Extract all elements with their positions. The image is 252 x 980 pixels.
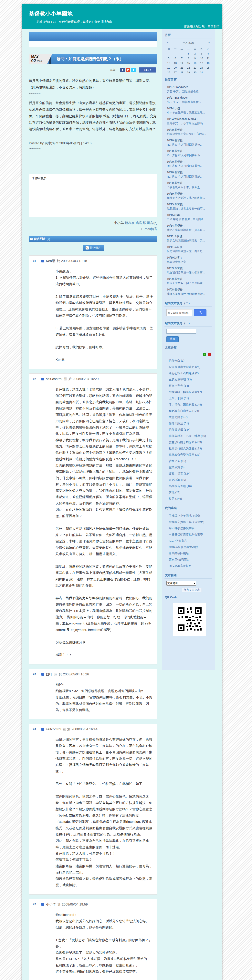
calendar-day[interactable] (172, 52, 179, 55)
category-link[interactable]: 信仰與政治 (61) (169, 422, 189, 425)
comment-author[interactable]: Ken恩 (46, 259, 55, 263)
disable-comments-button[interactable]: ✎ 禁止留言 (83, 245, 104, 251)
calendar-day[interactable]: 10 (198, 57, 205, 60)
latest-comment-preview-link[interactable]: 「教會改革五十年」就像是一... (167, 185, 212, 189)
latest-comment-preview-link[interactable]: 約翰福音第四章4-7節：「耶穌... (167, 132, 212, 136)
latest-comment-preview-link[interactable]: Re: 訪客 有人可以回答逼迫... (167, 143, 212, 147)
category-link[interactable]: 書籍評論 (19) (169, 478, 186, 481)
category-link[interactable]: 給有心歸正者的建議 (2) (169, 372, 199, 375)
latest-comment-preview-link[interactable]: Re: 訪客 有人可以回答基督... (167, 164, 212, 168)
calendar-day[interactable]: 24 (198, 66, 205, 69)
comment-author[interactable]: 小小羊 (46, 902, 56, 907)
latest-comment-preview-link[interactable]: 我們在這裡搞讀書會，是不是... (167, 228, 212, 232)
calendar-day[interactable]: 1 (185, 52, 191, 55)
category-link[interactable]: 預定論與自由意志 (176) (169, 409, 199, 412)
my-link[interactable]: 手機版小小羊園地（鏡像） (169, 514, 203, 517)
latest-comment-preview-link[interactable]: 如果妳有話要說，地上的政權... (167, 196, 212, 200)
calendar-day[interactable]: 18 (205, 62, 211, 65)
category-link[interactable]: 聖經無誤、解經原則 (217) (169, 390, 202, 394)
envelope-icon[interactable]: ✉ (62, 728, 65, 731)
latest-comment-preview-link[interactable]: Re: 訪客 有人可以回答女性... (167, 153, 212, 158)
expand-all-icon[interactable]: + (203, 353, 206, 356)
calendar-day[interactable]: 25 (205, 66, 211, 69)
google-search-input[interactable] (166, 309, 192, 317)
calendar-day[interactable]: 23 (192, 66, 198, 69)
category-link[interactable]: 信仰告白 (1) (169, 359, 185, 362)
comment-author[interactable]: 自律 (46, 672, 53, 676)
latest-comment-preview-link[interactable]: 但是這件事還沒有完，而且是... (167, 249, 212, 253)
calendar-day[interactable]: 6 (172, 57, 179, 60)
google-search-button[interactable] (194, 309, 206, 317)
latest-comment-preview-link[interactable]: to 基督徒 請勿刷屏，自言自语 (167, 217, 212, 221)
calendar-prev-link[interactable]: « (167, 41, 168, 45)
category-link[interactable]: 其他 (23) (169, 491, 180, 494)
latest-comment-preview-link[interactable]: 小伍 平安。 傳福音有多種... (167, 100, 212, 104)
calendar-day[interactable]: 26 (166, 71, 172, 74)
category-link[interactable]: 上帝、耶穌 (61) (169, 397, 189, 400)
category-link[interactable]: 聖樂欣賞 (8) (169, 466, 185, 469)
nav-bar[interactable] (29, 32, 157, 41)
calendar-day[interactable]: 27 (172, 71, 179, 74)
envelope-icon[interactable]: ✉ (64, 377, 67, 380)
email-forward-link[interactable]: E-mail轉寄 (29, 227, 157, 231)
calendar-day[interactable]: 20 (172, 66, 179, 69)
site-category-link[interactable]: 部落格全站分類：圖文創作 (184, 24, 219, 28)
category-link[interactable]: 複習 (346) (169, 497, 182, 500)
my-link[interactable]: COR基督徒聖經世界觀 (169, 546, 198, 549)
calendar-day[interactable]: 28 (179, 71, 185, 74)
category-link[interactable]: 信仰與精神、心理、輔導 (60) (169, 434, 206, 438)
calendar-day[interactable]: 21 (179, 66, 185, 69)
calendar-day[interactable]: 9 (192, 57, 198, 60)
calendar-day[interactable] (166, 52, 172, 55)
latest-comment-preview-link[interactable]: 羅馬天主教有一個「聖母瑪麗... (167, 281, 212, 285)
collapse-icon[interactable]: − (30, 238, 33, 240)
category-link[interactable]: 教會流行觀念的偏差 (493) (169, 441, 202, 444)
latest-comment-preview-link[interactable]: 我個人是從80年代開始有興趣... (167, 292, 212, 296)
calendar-day[interactable]: 22 (185, 66, 191, 69)
facebook-share-icon[interactable]: f (120, 68, 124, 72)
latest-comment-preview-link[interactable]: 馬太福音第七章 (167, 260, 212, 264)
twitter-share-icon[interactable]: t (131, 68, 136, 72)
calendar-day[interactable]: 7 (179, 57, 185, 60)
calendar-day[interactable]: 12 (166, 62, 172, 65)
my-link[interactable]: ICCP信仰宣言 (169, 539, 187, 542)
calendar-day[interactable] (179, 52, 185, 55)
my-link[interactable]: 唐崇榮牧師網站 (169, 552, 189, 555)
category-link[interactable]: 馬太福音查經 (16) (169, 485, 192, 488)
calendar-day[interactable]: 13 (172, 62, 179, 65)
calendar-day[interactable]: 19 (166, 66, 172, 69)
calendar-day[interactable]: 3 (198, 52, 205, 55)
latest-comment-preview-link[interactable]: Re: 訪客 有人可以回答耶穌... (167, 175, 212, 179)
my-link[interactable]: 聖經經文搜尋工具（信望愛） (169, 520, 206, 523)
envelope-icon[interactable]: ✉ (54, 673, 57, 676)
calendar-day[interactable]: 15 (185, 62, 191, 65)
category-link[interactable]: 護教、福音 (124) (169, 472, 190, 475)
calendar-day[interactable]: 14 (179, 62, 185, 65)
calendar-day[interactable] (205, 71, 211, 74)
posted-in-links[interactable]: 發表在 痞客邦 留言(6) (125, 221, 157, 225)
comment-author[interactable]: self-control (46, 377, 62, 381)
calendar-day[interactable]: 5 (166, 57, 172, 60)
calendar-day[interactable]: 31 (198, 71, 205, 74)
my-link[interactable]: 中國基督徒需要批判心理學 (169, 533, 203, 536)
calendar-day[interactable]: 11 (205, 57, 211, 60)
latest-comment-preview-link[interactable]: 現在我們要釐清一個人們常有... (167, 270, 212, 275)
calendar-day[interactable]: 30 (192, 71, 198, 74)
category-link[interactable]: 社會流行觀念的偏差 (123) (169, 447, 202, 450)
calendar-day[interactable]: 4 (205, 52, 211, 55)
category-link[interactable]: 主題文章整理 (13) (169, 378, 192, 381)
calendar-day[interactable]: 16 (192, 62, 198, 65)
site-search-input[interactable] (166, 329, 196, 334)
latest-comment-preview-link[interactable]: 小小羊弟兄平安，我最近发现... (167, 111, 212, 115)
calendar-day[interactable]: 17 (198, 62, 205, 65)
category-link[interactable]: 信仰與婚姻 (134) (169, 428, 190, 431)
category-link[interactable]: 設立宗旨與管理說明 (25) (169, 365, 200, 369)
like-button[interactable]: Like 0 (139, 67, 156, 73)
site-search-button[interactable]: 搜尋 (166, 336, 179, 342)
category-link[interactable]: 現代教會音樂的偏差 (37) (169, 453, 200, 456)
calendar-day[interactable]: 8 (185, 57, 191, 60)
category-link[interactable]: 成聖之路 (357) (169, 415, 188, 418)
latest-comment-preview-link[interactable]: 訪客 平安。 該做法是否絕... (167, 89, 212, 94)
calendar-day[interactable]: 29 (185, 71, 191, 74)
calendar-next-link[interactable]: » (209, 41, 210, 45)
